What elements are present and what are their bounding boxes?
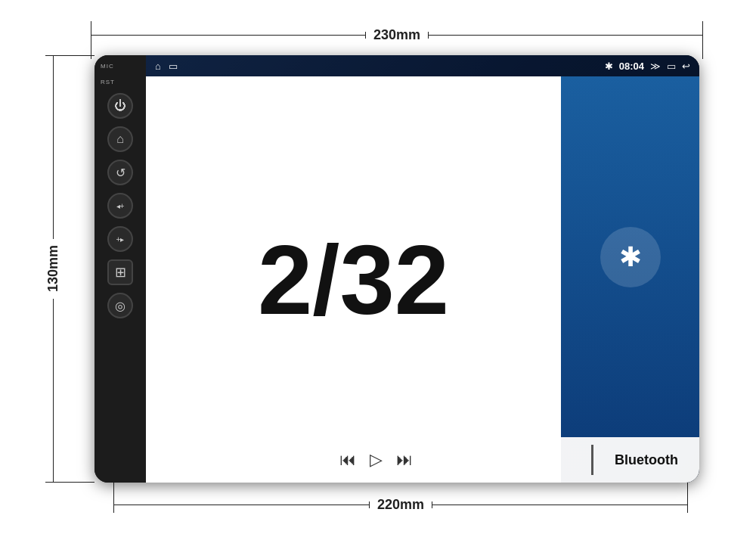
status-bar: ⌂ ▭ ✱ 08:04 ≫ ▭ ↩ (146, 55, 699, 76)
dim-top: 230mm (91, 27, 703, 43)
device: MIC RST ⏻ ⌂ ↺ ◂+ +▸ ⊞ ◎ (94, 55, 699, 483)
media-controls: ⏮ ▷ ⏭ (146, 450, 591, 470)
back-icon: ↺ (116, 166, 125, 180)
power-icon: ⏻ (114, 99, 126, 113)
dim-bottom-line2 (432, 505, 688, 505)
overlay-card: 2/32 (146, 76, 561, 483)
vol-up-icon: +▸ (116, 235, 125, 244)
back-nav-icon[interactable]: ↩ (682, 61, 690, 72)
recent-apps-icon[interactable]: ▭ (169, 61, 178, 72)
power-button[interactable]: ⏻ (107, 93, 133, 119)
dim-left-line2 (53, 299, 54, 483)
antenna-icon: ≫ (650, 61, 661, 72)
dim-bottom-line (113, 505, 370, 505)
dim-left-line (53, 55, 54, 239)
media-bar: ⏮ ▷ ⏭ Bluetooth (146, 437, 699, 483)
dim-left: 130mm (45, 55, 61, 483)
dim-top-line (91, 35, 366, 36)
vol-down-button[interactable]: ◂+ (107, 193, 133, 219)
vol-up-button[interactable]: +▸ (107, 226, 133, 252)
dim-bottom: 220mm (113, 497, 688, 513)
menu-button[interactable]: ⊞ (107, 259, 133, 285)
home-icon: ⌂ (116, 132, 124, 146)
nav-button[interactable]: ◎ (107, 293, 133, 318)
back-button[interactable]: ↺ (107, 160, 133, 185)
dot-1 (416, 429, 420, 433)
bluetooth-large-icon: ✱ (619, 241, 642, 273)
next-button[interactable]: ⏭ (396, 450, 413, 470)
status-time: 08:04 (619, 61, 644, 72)
status-left: ⌂ ▭ (155, 61, 178, 72)
home-button[interactable]: ⌂ (107, 126, 133, 152)
dots-row (146, 429, 699, 433)
prev-button[interactable]: ⏮ (339, 450, 356, 470)
menu-icon: ⊞ (115, 264, 126, 281)
dim-bottom-label: 220mm (370, 497, 432, 513)
rst-label: RST (101, 79, 115, 85)
window-icon: ▭ (667, 61, 676, 72)
dot-2 (425, 429, 429, 433)
right-panel: ✱ (561, 76, 699, 437)
nav-icon: ◎ (115, 299, 125, 313)
dim-left-label: 130mm (45, 239, 61, 298)
bt-circle: ✱ (600, 227, 661, 287)
status-right: ✱ 08:04 ≫ ▭ ↩ (605, 61, 690, 72)
side-panel: MIC RST ⏻ ⌂ ↺ ◂+ +▸ ⊞ ◎ (94, 55, 146, 483)
dim-top-line2 (428, 35, 703, 36)
mic-label: MIC (101, 63, 114, 70)
spec-text: 2/32 (258, 231, 449, 329)
bluetooth-source-label[interactable]: Bluetooth (593, 452, 699, 468)
play-button[interactable]: ▷ (370, 450, 383, 470)
screen: ⌂ ▭ ✱ 08:04 ≫ ▭ ↩ 2/32 ✱ (146, 55, 699, 483)
vol-down-icon: ◂+ (116, 202, 125, 210)
dim-top-label: 230mm (366, 27, 428, 43)
bluetooth-status-icon: ✱ (605, 61, 613, 72)
diagram-container: 230mm 220mm 130mm MIC RST ⏻ ⌂ ↺ (38, 14, 718, 520)
android-home-icon[interactable]: ⌂ (155, 61, 161, 72)
